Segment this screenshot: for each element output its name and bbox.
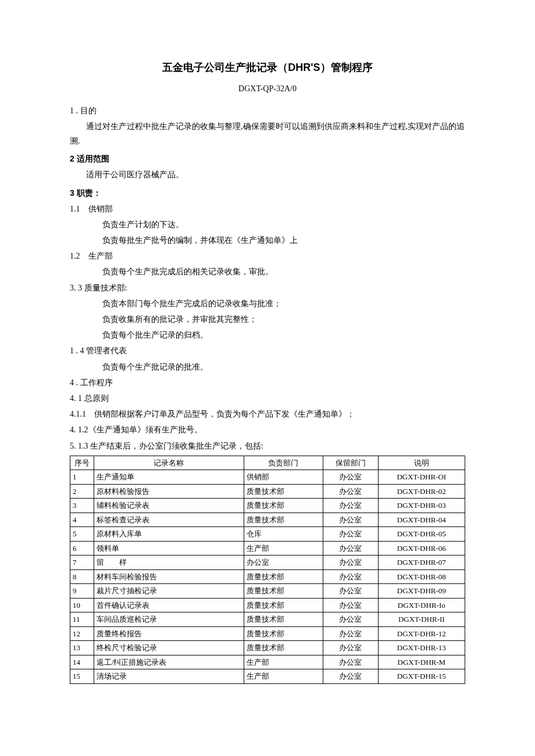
section-3-4-p1: 负责每个生产批记录的批准。 [70, 360, 465, 374]
table-cell: 办公室 [323, 556, 378, 570]
section-1-body: 通过对生产过程中批生产记录的收集与整理,确保需要时可以追溯到供应商来料和生产过程… [70, 119, 465, 148]
table-cell: 生产部 [244, 655, 323, 669]
table-cell: 原材料入库单 [94, 527, 244, 542]
table-row: 2原材料检验报告质量技术部办公室DGXT-DHR-02 [70, 484, 465, 499]
table-cell: 8 [70, 569, 94, 584]
table-cell: 生产部 [244, 669, 323, 684]
section-1-heading: 1 . 目的 [70, 103, 465, 118]
table-cell: DGXT-DHR-04 [378, 513, 465, 527]
table-cell: 6 [70, 541, 94, 556]
section-3-1-heading: 1.1 供销部 [70, 202, 465, 216]
table-cell: DGXT-DHR-12 [378, 626, 465, 641]
table-cell: 办公室 [323, 598, 378, 612]
table-cell: 车间品质巡检记录 [94, 612, 244, 627]
table-cell: 办公室 [323, 484, 378, 499]
table-cell: DGXT-DHR-II [378, 612, 465, 627]
table-cell: 标签检查记录表 [94, 513, 244, 527]
section-3-1-p1: 负责生产计划的下达。 [70, 217, 465, 232]
section-3-2-heading: 1.2 生产部 [70, 249, 465, 263]
table-cell: 2 [70, 484, 94, 499]
th-name: 记录名称 [94, 456, 244, 470]
table-cell: 办公室 [323, 499, 378, 513]
table-cell: 15 [70, 669, 94, 684]
table-cell: 仓库 [244, 527, 323, 542]
section-3-3-p2: 负责收集所有的批记录，并审批其完整性； [70, 312, 465, 327]
section-4-heading: 4 . 工作程序 [70, 375, 465, 390]
section-4-1-heading: 4. 1 总原则 [70, 391, 465, 406]
table-cell: 办公室 [323, 541, 378, 556]
table-row: 14返工/纠正措施记录表生产部办公室DGXT-DHR-M [70, 655, 465, 669]
table-cell: 9 [70, 584, 94, 599]
table-cell: 质量技术部 [244, 612, 323, 627]
table-cell: 办公室 [323, 612, 378, 627]
table-cell: 供销部 [244, 470, 323, 485]
table-cell: 质量技术部 [244, 569, 323, 584]
table-row: 3辅料检验记录表质量技术部办公室DGXT-DHR-03 [70, 499, 465, 513]
table-cell: 办公室 [323, 584, 378, 599]
table-cell: 生产通知单 [94, 470, 244, 485]
section-2-body: 适用于公司医疗器械产品。 [70, 167, 465, 182]
table-cell: 办公室 [323, 641, 378, 655]
section-3-3-p1: 负责本部门每个批生产完成后的记录收集与批准； [70, 296, 465, 311]
table-cell: DGXT-DHR-13 [378, 641, 465, 655]
section-4-1-3: 5. 1.3 生产结束后，办公室门须收集批生产记录，包括: [70, 439, 465, 453]
table-cell: 办公室 [323, 655, 378, 669]
table-cell: 3 [70, 499, 94, 513]
table-row: 13终检尺寸检验记录质量技术部办公室DGXT-DHR-13 [70, 641, 465, 655]
table-header-row: 序号 记录名称 负责部门 保留部门 说明 [70, 456, 465, 470]
table-cell: 办公室 [323, 569, 378, 584]
th-desc: 说明 [378, 456, 465, 470]
table-row: 9裁片尺寸抽检记录质量技术部办公室DGXT-DHR-09 [70, 584, 465, 599]
th-keep: 保留部门 [323, 456, 378, 470]
records-table: 序号 记录名称 负责部门 保留部门 说明 1生产通知单供销部办公室DGXT-DH… [70, 456, 465, 684]
table-row: 12质量终检报告质量技术部办公室DGXT-DHR-12 [70, 626, 465, 641]
table-cell: 12 [70, 626, 94, 641]
table-cell: DGXT-DHR-09 [378, 584, 465, 599]
table-row: 7留 样办公室办公室DGXT-DHR-07 [70, 556, 465, 570]
table-row: 10首件确认记录表质量技术部办公室DGXT-DHR-Io [70, 598, 465, 612]
table-cell: 生产部 [244, 541, 323, 556]
table-cell: 质量技术部 [244, 584, 323, 599]
section-3-2-p1: 负责每个生产批完成后的相关记录收集，审批。 [70, 264, 465, 279]
table-cell: 11 [70, 612, 94, 627]
doc-code: DGXT-QP-32A/0 [70, 81, 465, 96]
table-row: 5原材料入库单仓库办公室DGXT-DHR-05 [70, 527, 465, 542]
th-dept: 负责部门 [244, 456, 323, 470]
table-cell: 质量技术部 [244, 513, 323, 527]
section-3-3-p3: 负责每个批生产记录的归档。 [70, 328, 465, 342]
table-cell: 质量技术部 [244, 499, 323, 513]
table-cell: 质量技术部 [244, 626, 323, 641]
table-cell: DGXT-DHR-02 [378, 484, 465, 499]
table-row: 1生产通知单供销部办公室DGXT-DHR-OI [70, 470, 465, 485]
table-cell: DGXT-DHR-15 [378, 669, 465, 684]
section-2-heading: 2 适用范围 [70, 152, 465, 166]
table-cell: 质量终检报告 [94, 626, 244, 641]
table-cell: 裁片尺寸抽检记录 [94, 584, 244, 599]
table-row: 15清场记录生产部办公室DGXT-DHR-15 [70, 669, 465, 684]
section-4-1-2: 4. 1.2《生产通知单》须有生产批号。 [70, 422, 465, 437]
table-cell: 质量技术部 [244, 598, 323, 612]
table-cell: 办公室 [323, 513, 378, 527]
table-row: 6领料单生产部办公室DGXT-DHR-06 [70, 541, 465, 556]
section-3-1-p2: 负责每批生产批号的编制，并体现在《生产通知单》上 [70, 233, 465, 248]
table-cell: DGXT-DHR-06 [378, 541, 465, 556]
table-cell: 办公室 [323, 527, 378, 542]
table-cell: 1 [70, 470, 94, 485]
section-3-4-heading: 1 . 4 管理者代表 [70, 343, 465, 358]
table-cell: 终检尺寸检验记录 [94, 641, 244, 655]
table-cell: 4 [70, 513, 94, 527]
table-cell: 辅料检验记录表 [94, 499, 244, 513]
table-cell: 办公室 [323, 470, 378, 485]
table-cell: 清场记录 [94, 669, 244, 684]
table-cell: 材料车间检验报告 [94, 569, 244, 584]
table-cell: DGXT-DHR-03 [378, 499, 465, 513]
table-cell: 首件确认记录表 [94, 598, 244, 612]
table-cell: 办公室 [323, 669, 378, 684]
table-cell: 14 [70, 655, 94, 669]
table-cell: DGXT-DHR-M [378, 655, 465, 669]
table-row: 8材料车间检验报告质量技术部办公室DGXT-DHR-08 [70, 569, 465, 584]
table-cell: 领料单 [94, 541, 244, 556]
section-4-1-1: 4.1.1 供销部根据客户订单及产品型号，负责为每个产品下发《生产通知单》； [70, 407, 465, 421]
table-cell: 质量技术部 [244, 641, 323, 655]
table-row: 4标签检查记录表质量技术部办公室DGXT-DHR-04 [70, 513, 465, 527]
